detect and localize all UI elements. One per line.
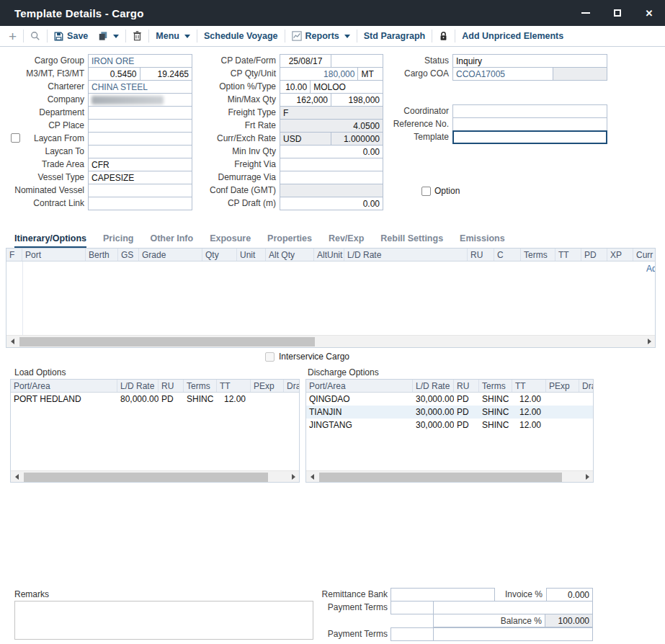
- column-header-tt[interactable]: TT: [217, 380, 251, 393]
- tab-emissions[interactable]: Emissions: [460, 233, 505, 249]
- option-pct-field[interactable]: 10.00: [280, 80, 311, 94]
- itinerary-horizontal-scrollbar[interactable]: [6, 335, 655, 347]
- close-button[interactable]: ✕: [633, 0, 665, 26]
- column-header-l-d-rate[interactable]: L/D Rate: [344, 249, 468, 261]
- template-field[interactable]: [452, 130, 607, 144]
- maximize-button[interactable]: [602, 0, 633, 26]
- cargo-coa-secondary-field[interactable]: [553, 67, 607, 81]
- tab-properties[interactable]: Properties: [267, 233, 312, 249]
- column-header-berth[interactable]: Berth: [86, 249, 118, 261]
- column-header-l-d-rate[interactable]: L/D Rate: [413, 380, 454, 393]
- itinerary-grid-body[interactable]: Add: [6, 261, 655, 335]
- add-unpriced-elements-button[interactable]: Add Unpriced Elements: [462, 31, 563, 41]
- tab-rebill-settings[interactable]: Rebill Settings: [380, 233, 443, 249]
- column-header-altunit[interactable]: AltUnit: [314, 249, 344, 261]
- scroll-right-arrow[interactable]: [643, 336, 655, 348]
- payment-terms2-desc-field[interactable]: [433, 627, 593, 641]
- delete-button[interactable]: [133, 31, 142, 41]
- schedule-voyage-button[interactable]: Schedule Voyage: [204, 31, 278, 41]
- m3mt-field[interactable]: 0.5450: [88, 67, 140, 81]
- cargo-group-field[interactable]: IRON ORE: [88, 54, 192, 68]
- column-header-ru[interactable]: RU: [159, 380, 184, 393]
- scroll-right-arrow[interactable]: [581, 471, 593, 483]
- column-header-port-area[interactable]: Port/Area: [11, 380, 117, 393]
- max-qty-field[interactable]: 198,000: [331, 93, 383, 107]
- payment-terms2-code-field[interactable]: [390, 627, 434, 641]
- scroll-left-arrow[interactable]: [6, 336, 18, 348]
- conf-date-field[interactable]: [280, 184, 383, 197]
- trade-area-field[interactable]: CFR: [88, 158, 192, 171]
- freight-type-field[interactable]: F: [280, 106, 383, 120]
- cp-place-field[interactable]: [88, 119, 192, 133]
- company-field[interactable]: [88, 93, 192, 107]
- scrollbar-thumb[interactable]: [19, 337, 315, 346]
- remittance-bank-field[interactable]: [390, 588, 495, 601]
- save-button[interactable]: Save: [54, 31, 88, 41]
- demurrage-via-field[interactable]: [280, 171, 383, 184]
- minimize-button[interactable]: [570, 0, 602, 26]
- add-row-link[interactable]: Add: [646, 264, 655, 274]
- nominated-vessel-field[interactable]: [88, 184, 192, 197]
- frt-rate-field[interactable]: 4.0500: [280, 119, 383, 133]
- cp-draft-field[interactable]: 0.00: [280, 197, 383, 210]
- column-header-ru[interactable]: RU: [454, 380, 479, 393]
- vessel-type-field[interactable]: CAPESIZE: [88, 171, 192, 184]
- tab-other-info[interactable]: Other Info: [150, 233, 193, 249]
- column-header-c[interactable]: C: [494, 249, 521, 261]
- column-header-draft[interactable]: Draft: [284, 380, 299, 393]
- laycan-to-field[interactable]: [88, 145, 192, 158]
- copy-button[interactable]: [98, 31, 119, 41]
- reference-no-field[interactable]: [452, 117, 607, 131]
- scrollbar-thumb[interactable]: [319, 473, 562, 482]
- column-header-grade[interactable]: Grade: [139, 249, 202, 261]
- table-row[interactable]: JINGTANG30,000.00PDSHINC12.00: [306, 419, 593, 431]
- cargo-coa-field[interactable]: CCOA17005: [452, 67, 553, 81]
- column-header-terms[interactable]: Terms: [184, 380, 217, 393]
- remarks-textarea[interactable]: [14, 601, 313, 640]
- laycan-from-field[interactable]: [88, 132, 192, 146]
- column-header-unit[interactable]: Unit: [237, 249, 266, 261]
- new-button[interactable]: +: [9, 30, 17, 43]
- currency-field[interactable]: USD: [280, 132, 331, 146]
- column-header-pexp[interactable]: PExp: [251, 380, 284, 393]
- coordinator-field[interactable]: [452, 104, 607, 118]
- payment-terms-code-field[interactable]: [390, 601, 434, 614]
- scroll-left-arrow[interactable]: [306, 471, 318, 483]
- table-row[interactable]: TIANJIN30,000.00PDSHINC12.00: [306, 406, 593, 419]
- table-row[interactable]: QINGDAO30,000.00PDSHINC12.00: [306, 393, 593, 406]
- column-header-tt[interactable]: TT: [512, 380, 546, 393]
- column-header-pexp[interactable]: PExp: [546, 380, 579, 393]
- column-header-port-area[interactable]: Port/Area: [306, 380, 413, 393]
- lock-button[interactable]: [439, 31, 448, 41]
- status-field[interactable]: Inquiry: [452, 54, 607, 68]
- column-header-port[interactable]: Port: [22, 249, 86, 261]
- discharge-options-scrollbar[interactable]: [306, 470, 593, 483]
- department-field[interactable]: [88, 106, 192, 120]
- tab-rev-exp[interactable]: Rev/Exp: [329, 233, 364, 249]
- column-header-terms[interactable]: Terms: [479, 380, 512, 393]
- column-header-ru[interactable]: RU: [468, 249, 494, 261]
- cp-unit-field[interactable]: MT: [357, 67, 383, 81]
- column-header-qty[interactable]: Qty: [202, 249, 237, 261]
- tab-itinerary-options[interactable]: Itinerary/Options: [14, 233, 86, 249]
- laycan-checkbox[interactable]: [11, 133, 20, 143]
- exch-rate-field[interactable]: 1.000000: [331, 132, 383, 146]
- scroll-right-arrow[interactable]: [287, 471, 299, 483]
- scrollbar-thumb[interactable]: [24, 473, 268, 482]
- min-inv-qty-field[interactable]: 0.00: [280, 145, 383, 158]
- table-row[interactable]: PORT HEDLAND80,000.00PDSHINC12.00: [11, 393, 299, 406]
- column-header-draft[interactable]: Draft: [579, 380, 593, 393]
- charterer-field[interactable]: CHINA STEEL: [88, 80, 192, 94]
- scroll-left-arrow[interactable]: [11, 471, 22, 483]
- column-header-gs[interactable]: GS: [118, 249, 139, 261]
- min-qty-field[interactable]: 162,000: [280, 93, 331, 107]
- column-header-l-d-rate[interactable]: L/D Rate: [117, 380, 159, 393]
- payment-terms-desc-field[interactable]: [433, 601, 593, 614]
- balance-pct-field[interactable]: 100.000: [545, 614, 593, 627]
- column-header-xp[interactable]: XP: [607, 249, 633, 261]
- option-type-field[interactable]: MOLOO: [310, 80, 383, 94]
- tab-exposure[interactable]: Exposure: [210, 233, 251, 249]
- option-checkbox[interactable]: [421, 187, 431, 196]
- search-button[interactable]: [30, 31, 40, 41]
- column-header-f[interactable]: F: [6, 249, 22, 261]
